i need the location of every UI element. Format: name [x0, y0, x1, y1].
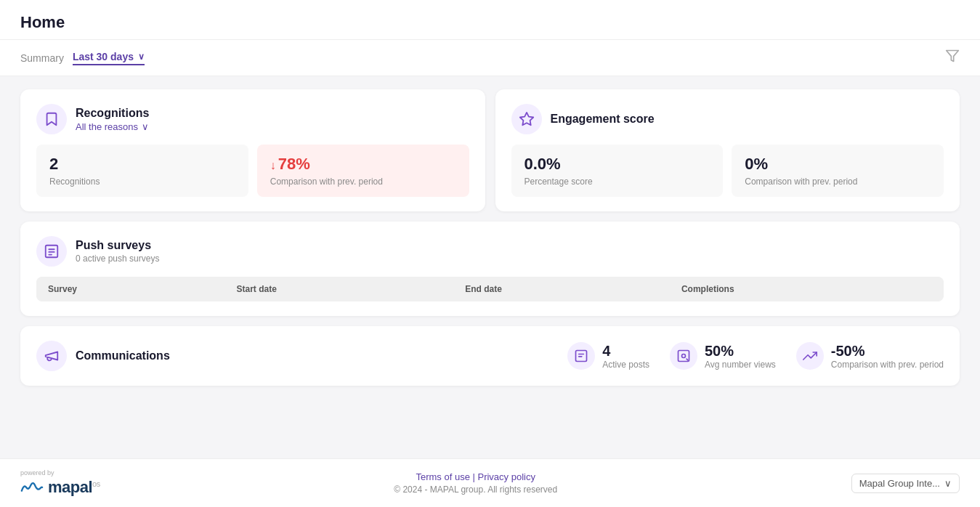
active-posts-stat: 4 Active posts — [567, 342, 649, 370]
comms-comparison-value: -50% — [831, 343, 944, 360]
views-icon — [676, 349, 691, 363]
main-content: Recognitions All the reasons ∨ 2 Recogni… — [0, 76, 980, 458]
mapal-logo: mapalos — [20, 478, 100, 497]
engagement-comparison-box: 0% Comparison with prev. period — [732, 145, 944, 197]
active-posts-icon-circle — [567, 342, 595, 370]
chevron-down-icon: ∨ — [138, 52, 145, 62]
engagement-icon-circle — [511, 104, 542, 134]
summary-left: Summary Last 30 days ∨ — [20, 51, 145, 65]
mapal-os-text: os — [92, 479, 100, 488]
survey-icon — [44, 243, 60, 259]
comms-comparison-stat: -50% Comparison with prev. period — [796, 342, 944, 370]
communications-icon-circle — [36, 341, 67, 371]
recognitions-count-label: Recognitions — [49, 177, 235, 187]
org-selector[interactable]: Mapal Group Inte... ∨ — [851, 474, 960, 493]
org-chevron-icon: ∨ — [944, 478, 952, 489]
posts-icon — [574, 349, 588, 363]
footer-links[interactable]: Terms of use | Privacy policy — [416, 471, 535, 482]
avg-views-label: Avg number views — [705, 360, 776, 370]
down-arrow-icon: ↓ — [270, 159, 276, 171]
comms-trend-icon-circle — [796, 342, 824, 370]
recognitions-card: Recognitions All the reasons ∨ 2 Recogni… — [20, 89, 485, 211]
megaphone-icon — [44, 348, 60, 364]
recognitions-header: Recognitions All the reasons ∨ — [36, 104, 469, 134]
svg-point-10 — [681, 354, 685, 358]
comms-comparison-text: -50% Comparison with prev. period — [831, 343, 944, 370]
surveys-col-end-date: End date — [453, 277, 670, 301]
trend-icon — [803, 349, 817, 363]
footer-copyright: © 2024 - MAPAL group. All rights reserve… — [394, 484, 557, 495]
mapal-word: mapal — [48, 478, 92, 496]
period-label: Last 30 days — [73, 51, 134, 62]
recognitions-count-value: 2 — [49, 155, 235, 174]
engagement-header: Engagement score — [511, 104, 944, 134]
surveys-table: Survey Start date End date Completions — [36, 277, 944, 301]
recognitions-comparison-label: Comparison with prev. period — [270, 177, 456, 187]
comms-comparison-label: Comparison with prev. period — [831, 360, 944, 370]
active-posts-text: 4 Active posts — [602, 343, 649, 370]
recognitions-title-group: Recognitions All the reasons ∨ — [76, 107, 149, 132]
filter-icon[interactable] — [945, 49, 960, 67]
summary-bar: Summary Last 30 days ∨ — [0, 40, 980, 76]
page-title: Home — [20, 13, 960, 32]
svg-marker-1 — [519, 113, 532, 125]
surveys-card: Push surveys 0 active push surveys Surve… — [20, 222, 960, 316]
surveys-col-survey: Survey — [36, 277, 224, 301]
recognitions-stat-count: 2 Recognitions — [36, 145, 248, 197]
surveys-header: Push surveys 0 active push surveys — [36, 236, 944, 267]
surveys-col-completions: Completions — [670, 277, 944, 301]
engagement-percentage-value: 0.0% — [525, 155, 710, 174]
surveys-icon-circle — [36, 236, 67, 267]
recognitions-comparison-value: ↓78% — [270, 155, 456, 174]
communications-card: Communications 4 Active posts — [20, 326, 960, 386]
engagement-percentage-label: Percentage score — [525, 177, 710, 187]
recognitions-stat-comparison: ↓78% Comparison with prev. period — [257, 145, 469, 197]
period-dropdown[interactable]: Last 30 days ∨ — [73, 51, 145, 65]
bookmark-icon — [44, 111, 60, 127]
recognitions-title: Recognitions — [76, 107, 149, 120]
surveys-col-start-date: Start date — [224, 277, 453, 301]
avg-views-value: 50% — [705, 343, 776, 360]
reasons-label: All the reasons — [76, 121, 138, 132]
active-posts-value: 4 — [602, 343, 649, 360]
reasons-dropdown[interactable]: All the reasons ∨ — [76, 121, 149, 132]
communications-stats: 4 Active posts 50% Av — [567, 342, 944, 370]
footer-center: Terms of use | Privacy policy © 2024 - M… — [394, 471, 557, 495]
footer-logo: powered by mapalos — [20, 469, 100, 497]
mapal-logo-icon — [20, 479, 44, 495]
active-posts-label: Active posts — [602, 360, 649, 370]
recognitions-stats-row: 2 Recognitions ↓78% Comparison with prev… — [36, 145, 469, 197]
page-header: Home — [0, 0, 980, 40]
surveys-table-head: Survey Start date End date Completions — [36, 277, 944, 301]
svg-line-11 — [687, 359, 688, 360]
mapal-brand-text: mapalos — [48, 478, 100, 497]
communications-title: Communications — [76, 349, 170, 362]
star-icon — [519, 111, 535, 127]
chevron-down-icon: ∨ — [142, 121, 149, 132]
surveys-table-header-row: Survey Start date End date Completions — [36, 277, 944, 301]
surveys-title: Push surveys — [76, 239, 159, 252]
engagement-comparison-value: 0% — [745, 155, 931, 174]
svg-marker-0 — [947, 51, 959, 62]
surveys-title-group: Push surveys 0 active push surveys — [76, 239, 159, 264]
communications-left: Communications — [36, 341, 567, 371]
org-selector-label: Mapal Group Inte... — [859, 478, 940, 489]
engagement-title: Engagement score — [551, 113, 655, 126]
engagement-stats-row: 0.0% Percentage score 0% Comparison with… — [511, 145, 944, 197]
powered-by-label: powered by — [20, 469, 54, 476]
engagement-title-group: Engagement score — [551, 113, 655, 126]
top-cards-row: Recognitions All the reasons ∨ 2 Recogni… — [20, 89, 960, 211]
avg-views-stat: 50% Avg number views — [670, 342, 776, 370]
avg-views-text: 50% Avg number views — [705, 343, 776, 370]
summary-label: Summary — [20, 52, 64, 64]
surveys-subtitle: 0 active push surveys — [76, 254, 159, 264]
engagement-comparison-label: Comparison with prev. period — [745, 177, 931, 187]
avg-views-icon-circle — [670, 342, 697, 370]
engagement-percentage-box: 0.0% Percentage score — [511, 145, 724, 197]
recognitions-icon-circle — [36, 104, 67, 134]
engagement-card: Engagement score 0.0% Percentage score 0… — [495, 89, 960, 211]
footer: powered by mapalos Terms of use | Privac… — [0, 458, 980, 507]
